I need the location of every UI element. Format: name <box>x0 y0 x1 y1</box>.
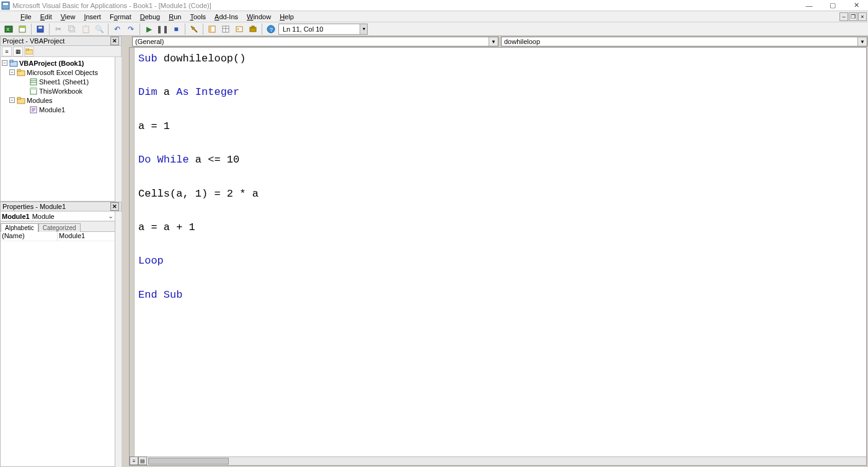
svg-text:X: X <box>6 27 10 32</box>
toolbar-separator <box>140 24 140 35</box>
tree-root[interactable]: − VBAProject (Book1) <box>2 58 113 68</box>
menu-window[interactable]: Window <box>242 13 275 20</box>
break-button[interactable]: ❚❚ <box>156 23 169 35</box>
tree-root-label: VBAProject (Book1) <box>19 60 84 67</box>
menu-debug[interactable]: Debug <box>136 13 164 20</box>
folder-icon <box>17 69 25 76</box>
svg-rect-26 <box>17 69 20 71</box>
tree-modules[interactable]: − Modules <box>2 96 113 105</box>
collapse-icon[interactable]: − <box>2 60 7 66</box>
project-toolbar: ≡ ▦ <box>0 46 122 57</box>
undo-button[interactable]: ↶ <box>111 23 123 35</box>
tab-categorized[interactable]: Categorized <box>38 223 81 232</box>
design-mode-button[interactable] <box>188 23 200 35</box>
menu-insert[interactable]: Insert <box>79 13 105 20</box>
svg-point-16 <box>237 28 239 30</box>
procedure-combo[interactable]: dowhileloop ▼ <box>501 37 867 47</box>
properties-object-selector[interactable]: Module1 Module ⌄ <box>0 211 115 221</box>
tree-module1[interactable]: Module1 <box>2 105 113 114</box>
toolbar-separator <box>108 24 108 35</box>
view-code-button[interactable]: ≡ <box>2 47 12 56</box>
collapse-icon[interactable]: − <box>9 69 15 75</box>
title-bar: Microsoft Visual Basic for Applications … <box>0 0 868 11</box>
svg-rect-18 <box>252 26 254 28</box>
svg-rect-27 <box>30 79 37 85</box>
collapse-icon[interactable]: − <box>9 97 15 103</box>
svg-rect-1 <box>3 3 8 5</box>
run-button[interactable]: ▶ <box>143 23 155 35</box>
property-row[interactable]: (Name) Module1 <box>1 232 115 241</box>
properties-object-name: Module1 <box>2 213 30 220</box>
cursor-position-box: Ln 11, Col 10 ▾ <box>278 24 368 35</box>
close-button[interactable]: ✕ <box>844 0 868 11</box>
property-value[interactable]: Module1 <box>58 232 115 241</box>
project-explorer-button[interactable] <box>206 23 218 35</box>
procedure-combo-value: dowhileloop <box>504 38 540 45</box>
mdi-minimize-button[interactable]: – <box>839 12 848 21</box>
copy-button[interactable]: ⿻ <box>66 23 78 35</box>
toolbox-button[interactable] <box>247 23 259 35</box>
view-object-button[interactable]: ▦ <box>13 47 23 56</box>
view-excel-button[interactable]: X <box>2 23 15 35</box>
paste-button[interactable]: 📋 <box>79 23 92 35</box>
tab-alphabetic[interactable]: Alphabetic <box>1 223 38 232</box>
save-button[interactable] <box>34 23 46 35</box>
menu-edit[interactable]: Edit <box>36 13 56 20</box>
dropdown-icon[interactable]: ▼ <box>489 37 498 46</box>
tree-sheet1-label: Sheet1 (Sheet1) <box>39 78 89 86</box>
svg-rect-7 <box>38 27 42 29</box>
menu-tools[interactable]: Tools <box>185 13 210 20</box>
svg-line-9 <box>194 29 197 32</box>
menu-help[interactable]: Help <box>275 13 298 20</box>
project-panel-header: Project - VBAProject ✕ <box>0 36 122 46</box>
menu-addins[interactable]: Add-Ins <box>210 13 242 20</box>
margin-indicator-bar[interactable] <box>130 48 135 465</box>
reset-button[interactable]: ■ <box>170 23 182 35</box>
find-button[interactable]: 🔍 <box>93 23 105 35</box>
toolbar-separator <box>203 24 203 35</box>
toolbar-separator <box>185 24 185 35</box>
procedure-view-button[interactable]: ≡ <box>130 456 138 465</box>
tree-sheet1[interactable]: Sheet1 (Sheet1) <box>2 77 113 86</box>
properties-panel-title: Properties - Module1 <box>2 203 66 210</box>
toolbar-separator <box>31 24 32 35</box>
dropdown-icon[interactable]: ⌄ <box>106 212 115 220</box>
object-combo-value: (General) <box>135 38 164 45</box>
menu-file[interactable]: FFileile <box>16 13 36 20</box>
properties-panel-close-button[interactable]: ✕ <box>110 202 119 211</box>
mdi-restore-button[interactable]: ❐ <box>849 12 857 21</box>
mdi-close-button[interactable]: × <box>858 12 867 21</box>
tree-excel-objects[interactable]: − Microsoft Excel Objects <box>2 68 113 77</box>
code-editor[interactable]: Sub dowhileloop() Dim a As Integer a = 1… <box>135 48 866 465</box>
scrollbar-thumb[interactable] <box>148 458 229 465</box>
minimize-button[interactable]: — <box>797 0 821 11</box>
menu-format[interactable]: Format <box>105 13 136 20</box>
project-icon <box>9 60 18 67</box>
toggle-folders-button[interactable] <box>24 47 34 56</box>
menu-view[interactable]: View <box>56 13 80 20</box>
project-tree[interactable]: − VBAProject (Book1) − Microsoft Excel O… <box>0 57 115 202</box>
object-combo[interactable]: (General) ▼ <box>132 37 498 47</box>
cut-button[interactable]: ✂ <box>52 23 64 35</box>
insert-module-button[interactable] <box>16 23 29 35</box>
menu-run[interactable]: Run <box>164 13 185 20</box>
svg-rect-31 <box>30 88 37 90</box>
project-panel-close-button[interactable]: ✕ <box>110 37 119 45</box>
window-title: Microsoft Visual Basic for Applications … <box>12 2 211 9</box>
properties-grid[interactable]: (Name) Module1 <box>0 231 115 467</box>
help-button[interactable]: ? <box>265 23 277 35</box>
svg-rect-11 <box>209 26 211 32</box>
properties-window-button[interactable] <box>219 23 232 35</box>
tree-thisworkbook[interactable]: ThisWorkbook <box>2 86 113 96</box>
standard-toolbar: X ✂ ⿻ 📋 🔍 ↶ ↷ ▶ ❚❚ ■ ? Ln 11, Col 10 ▾ <box>0 22 868 36</box>
redo-button[interactable]: ↷ <box>125 23 137 35</box>
tree-thisworkbook-label: ThisWorkbook <box>39 87 82 95</box>
object-browser-button[interactable] <box>233 23 246 35</box>
property-key: (Name) <box>1 232 58 241</box>
vba-app-icon <box>1 1 10 10</box>
dropdown-icon[interactable]: ▼ <box>857 37 867 46</box>
toolbar-separator <box>49 24 50 35</box>
maximize-button[interactable]: ▢ <box>821 0 844 11</box>
horizontal-scrollbar[interactable] <box>147 456 866 465</box>
full-module-view-button[interactable]: ▤ <box>138 456 147 465</box>
